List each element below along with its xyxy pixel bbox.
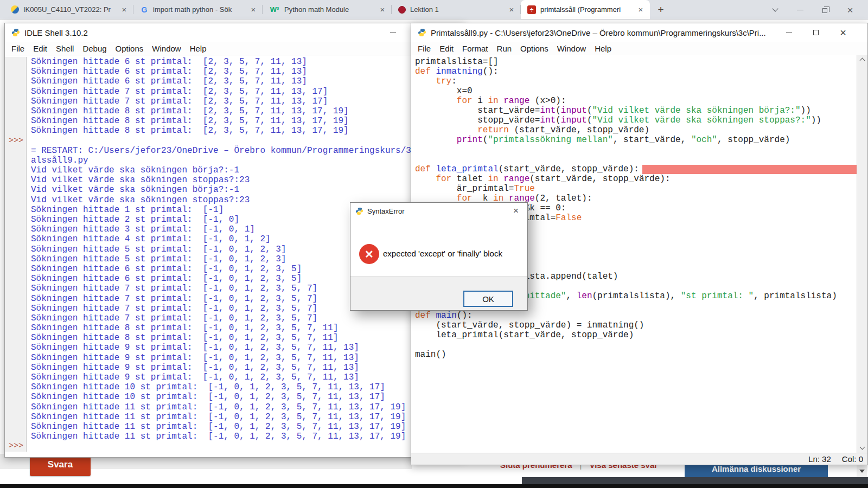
code-token: , stopp_värde) bbox=[717, 135, 790, 145]
shell-gutter bbox=[5, 67, 27, 76]
code-token: inmatning bbox=[436, 67, 482, 76]
code-token: ( bbox=[556, 115, 561, 125]
code-token: input bbox=[561, 106, 587, 115]
menu-debug[interactable]: Debug bbox=[78, 44, 111, 53]
shell-gutter bbox=[5, 402, 27, 412]
editor-maximize-button[interactable] bbox=[808, 23, 824, 42]
page-scrollbar-down[interactable] bbox=[857, 465, 867, 477]
shell-gutter bbox=[5, 234, 27, 244]
browser-close-button[interactable]: × bbox=[838, 0, 863, 20]
menu-file[interactable]: File bbox=[7, 44, 29, 53]
code-token: ( bbox=[556, 106, 561, 115]
menu-options[interactable]: Options bbox=[516, 44, 553, 53]
code-line bbox=[415, 359, 857, 369]
browser-restore-button[interactable] bbox=[813, 0, 838, 20]
shell-line: Sökningen hittade 8 st primtal: [-1, 0, … bbox=[5, 323, 464, 333]
tab-close-icon[interactable]: × bbox=[248, 5, 258, 15]
tab-search-button[interactable] bbox=[763, 0, 788, 20]
shell-line-text bbox=[27, 136, 31, 146]
syntax-error-highlight bbox=[642, 165, 857, 174]
code-line: start_värde=int(input("Vid vilket värde … bbox=[415, 106, 857, 115]
code-token bbox=[415, 96, 457, 106]
shell-gutter bbox=[5, 205, 27, 215]
dialog-titlebar[interactable]: SyntaxError × bbox=[350, 203, 527, 219]
shell-gutter bbox=[5, 412, 27, 422]
code-token: ( bbox=[587, 115, 592, 125]
tab-close-icon[interactable]: × bbox=[636, 5, 646, 15]
tab-close-icon[interactable]: × bbox=[378, 5, 387, 15]
shell-line-text: Sökningen hittade 7 st primtal: [-1, 0, … bbox=[27, 313, 317, 323]
editor-close-button[interactable]: × bbox=[835, 23, 851, 42]
editor-minimize-button[interactable] bbox=[781, 23, 797, 42]
shell-gutter bbox=[5, 215, 27, 224]
shell-line-text: Sökningen hittade 6 st primtal: [2, 3, 5… bbox=[27, 67, 307, 76]
shell-gutter bbox=[5, 274, 27, 284]
code-token: main() bbox=[415, 350, 446, 359]
shell-gutter bbox=[5, 304, 27, 313]
code-token: in bbox=[488, 174, 498, 184]
menu-file[interactable]: File bbox=[413, 44, 435, 53]
shell-prompt: >>> bbox=[5, 136, 27, 146]
shell-gutter bbox=[5, 76, 27, 86]
shell-line: Sökningen hittade 9 st primtal: [-1, 0, … bbox=[5, 373, 464, 382]
code-token: range bbox=[503, 96, 529, 106]
browser-tab[interactable]: Gimport math python - Sök× bbox=[133, 0, 263, 19]
code-token: : bbox=[451, 76, 457, 86]
code-token bbox=[415, 135, 457, 145]
menu-window[interactable]: Window bbox=[148, 44, 185, 53]
menu-help[interactable]: Help bbox=[186, 44, 211, 53]
code-token: range bbox=[503, 174, 529, 184]
restore-icon bbox=[822, 8, 827, 13]
menu-help[interactable]: Help bbox=[590, 44, 616, 53]
menu-edit[interactable]: Edit bbox=[435, 44, 458, 53]
browser-tab[interactable]: IK005U_C4110_VT2022: Pr× bbox=[4, 0, 133, 19]
browser-tab[interactable]: ÷primtalssåll (Programmeri× bbox=[521, 0, 650, 19]
menu-run[interactable]: Run bbox=[493, 44, 516, 53]
menu-window[interactable]: Window bbox=[553, 44, 590, 53]
editor-titlebar[interactable]: Primtalssåll9.py - C:\Users\jefor23\OneD… bbox=[411, 23, 867, 42]
shell-minimize-button[interactable] bbox=[385, 23, 401, 42]
browser-minimize-button[interactable] bbox=[788, 0, 813, 20]
chevron-down-icon bbox=[772, 5, 778, 11]
browser-tab[interactable]: W³Python math Module× bbox=[263, 0, 392, 19]
shell-line: Sökningen hittade 6 st primtal: [2, 3, 5… bbox=[5, 57, 464, 67]
dialog-title: SyntaxError bbox=[367, 207, 405, 215]
minimize-icon bbox=[786, 33, 792, 33]
code-token: "Vid vilket värde ska sökningen stoppas?… bbox=[592, 115, 810, 125]
tab-close-icon[interactable]: × bbox=[507, 5, 516, 15]
shell-line-text: Sökningen hittade 1 st primtal: [-1] bbox=[27, 205, 224, 215]
code-token bbox=[431, 311, 436, 320]
tab-title: IK005U_C4110_VT2022: Pr bbox=[23, 5, 115, 14]
ok-button[interactable]: OK bbox=[463, 291, 513, 307]
new-tab-button[interactable]: + bbox=[653, 2, 668, 17]
menu-edit[interactable]: Edit bbox=[29, 44, 52, 53]
tab-title: Python math Module bbox=[284, 5, 373, 14]
code-token: ( bbox=[587, 106, 592, 115]
shell-line: Sökningen hittade 11 st primtal: [-1, 0,… bbox=[5, 412, 464, 422]
code-token: (2, talet): bbox=[535, 194, 592, 203]
menu-format[interactable]: Format bbox=[458, 44, 493, 53]
code-token: (x>0): bbox=[529, 96, 566, 106]
code-token: in bbox=[488, 96, 498, 106]
shell-line: Vid vilket värde ska sökningen stoppas?:… bbox=[5, 175, 464, 185]
menu-shell[interactable]: Shell bbox=[52, 44, 78, 53]
editor-scrollbar[interactable] bbox=[857, 55, 867, 453]
shell-line-text: Sökningen hittade 10 st primtal: [-1, 0,… bbox=[27, 382, 385, 392]
tab-title: import math python - Sök bbox=[153, 5, 244, 14]
browser-tab[interactable]: Lektion 1× bbox=[392, 0, 521, 19]
tab-close-icon[interactable]: × bbox=[119, 5, 129, 15]
shell-gutter bbox=[5, 195, 27, 205]
dialog-close-button[interactable]: × bbox=[509, 204, 523, 218]
scroll-down-icon bbox=[859, 470, 865, 473]
minimize-icon bbox=[390, 33, 396, 33]
code-token: primtalslista=[] bbox=[415, 57, 499, 67]
code-token: def bbox=[415, 67, 431, 76]
menu-options[interactable]: Options bbox=[111, 44, 148, 53]
code-line: leta_primtal(start_värde, stopp_värde) bbox=[415, 330, 857, 340]
code-token: )) bbox=[811, 115, 821, 125]
shell-line-text: Sökningen hittade 9 st primtal: [-1, 0, … bbox=[27, 353, 359, 363]
maximize-icon bbox=[813, 30, 819, 35]
shell-titlebar[interactable]: IDLE Shell 3.10.2 bbox=[5, 23, 464, 42]
code-token bbox=[415, 174, 436, 184]
shell-line-text: Sökningen hittade 6 st primtal: [-1, 0, … bbox=[27, 264, 302, 274]
